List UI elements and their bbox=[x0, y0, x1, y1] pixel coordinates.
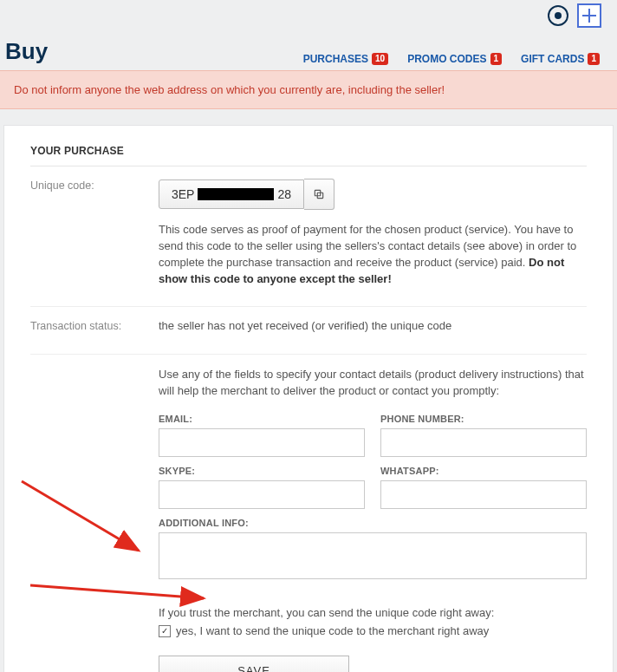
nav-gift-cards[interactable]: GIFT CARDS 1 bbox=[521, 53, 600, 65]
nav-promo-label: PROMO CODES bbox=[407, 53, 486, 65]
nav-purchases[interactable]: PURCHASES 10 bbox=[303, 53, 388, 65]
skype-input[interactable] bbox=[159, 480, 365, 509]
nav-purchases-count: 10 bbox=[372, 53, 388, 65]
language-icon[interactable] bbox=[577, 3, 601, 28]
phone-label: PHONE NUMBER: bbox=[380, 414, 587, 424]
whatsapp-label: WHATSAPP: bbox=[380, 466, 587, 476]
unique-code-description: This code serves as proof of payment for… bbox=[159, 222, 587, 287]
save-button[interactable]: SAVE bbox=[159, 656, 349, 672]
nav-promo-count: 1 bbox=[490, 53, 503, 65]
skype-label: SKYPE: bbox=[159, 466, 365, 476]
email-label: EMAIL: bbox=[159, 414, 365, 424]
nav-promo-codes[interactable]: PROMO CODES 1 bbox=[407, 53, 502, 65]
unique-code-value: 3EP 28 bbox=[159, 179, 304, 209]
trust-line: If you trust the merchant, you can send … bbox=[159, 604, 587, 622]
copy-icon bbox=[313, 188, 325, 200]
page-title: Buy bbox=[5, 38, 48, 65]
send-code-checkbox-label: yes, I want to send the unique code to t… bbox=[176, 623, 489, 640]
nav-gift-label: GIFT CARDS bbox=[521, 53, 584, 65]
additional-info-label: ADDITIONAL INFO: bbox=[159, 518, 587, 528]
email-input[interactable] bbox=[159, 428, 365, 457]
purchase-card: YOUR PURCHASE Unique code: 3EP 28 This c… bbox=[3, 125, 614, 672]
nav-purchases-label: PURCHASES bbox=[303, 53, 368, 65]
transaction-status-label: Transaction status: bbox=[30, 319, 143, 335]
whatsapp-input[interactable] bbox=[380, 480, 587, 509]
transaction-status-value: the seller has not yet received (or veri… bbox=[159, 319, 587, 335]
additional-info-input[interactable] bbox=[159, 532, 587, 579]
copy-code-button[interactable] bbox=[304, 179, 334, 210]
section-title: YOUR PURCHASE bbox=[30, 145, 587, 166]
phone-input[interactable] bbox=[380, 428, 587, 457]
account-icon[interactable] bbox=[548, 5, 568, 26]
contact-intro: Use any of the fields to specify your co… bbox=[159, 367, 587, 400]
redacted-code bbox=[198, 188, 274, 200]
top-nav: PURCHASES 10 PROMO CODES 1 GIFT CARDS 1 bbox=[303, 53, 600, 65]
warning-banner: Do not inform anyone the web address on … bbox=[0, 70, 617, 109]
unique-code-label: Unique code: bbox=[30, 179, 143, 287]
nav-gift-count: 1 bbox=[588, 53, 600, 65]
send-code-checkbox[interactable]: ✓ bbox=[159, 625, 171, 637]
